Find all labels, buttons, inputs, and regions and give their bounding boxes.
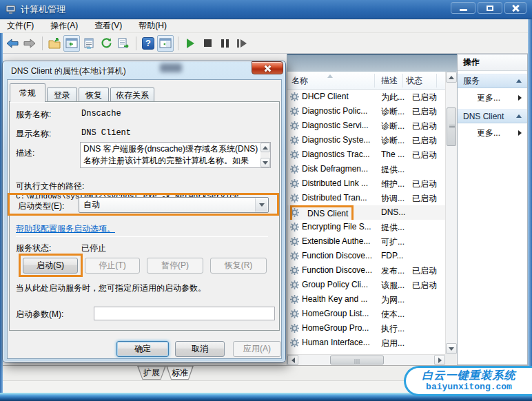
service-name-cell[interactable]: Group Policy Cli... — [302, 280, 368, 289]
tab-general[interactable]: 常规 — [10, 83, 45, 102]
service-name-cell[interactable]: Diagnostic Servi... — [302, 121, 369, 130]
scroll-left-button[interactable] — [287, 355, 298, 365]
service-name-cell[interactable]: Distributed Tran... — [302, 193, 367, 203]
pause-service-button[interactable] — [216, 35, 233, 52]
actions-more-services[interactable]: 更多... — [458, 90, 527, 105]
service-name-cell[interactable]: DHCP Client — [302, 92, 349, 101]
menu-action[interactable]: 操作(A) — [50, 20, 78, 32]
table-row[interactable]: DNS ClientDNS... — [287, 205, 445, 220]
column-separator[interactable] — [402, 74, 403, 88]
table-row[interactable]: Distributed Link ...维护...已启动 — [287, 176, 445, 191]
scroll-up-button[interactable] — [446, 72, 457, 83]
service-name-cell[interactable]: Diagnostics Trac... — [302, 150, 370, 159]
table-row[interactable]: Diagnostics Trac...The ...已启动 — [287, 147, 445, 162]
actions-section-dns-client-label: DNS Client — [463, 112, 504, 121]
pause-button[interactable]: 暂停(P) — [147, 258, 203, 274]
description-scrollbar[interactable] — [260, 143, 270, 167]
resume-button[interactable]: 恢复(R) — [210, 258, 267, 274]
table-row[interactable]: Disk Defragmen...提供... — [287, 162, 445, 176]
horizontal-scrollbar[interactable] — [287, 354, 445, 365]
start-service-button[interactable] — [182, 35, 198, 52]
forward-button[interactable] — [21, 35, 38, 52]
tab-logon[interactable]: 登录 — [47, 88, 77, 102]
actions-section-services[interactable]: 服务 — [458, 74, 527, 88]
table-row[interactable]: Encrypting File S...提供... — [287, 220, 445, 234]
actions-more-dns-client[interactable]: 更多... — [458, 125, 527, 141]
table-row[interactable]: HomeGroup List...使本... — [287, 307, 445, 321]
dialog-close-button[interactable] — [252, 61, 283, 74]
table-row[interactable]: Extensible Authe...可扩... — [287, 234, 445, 249]
horizontal-scroll-thumb[interactable] — [330, 356, 384, 364]
help-configure-link[interactable]: 帮助我配置服务启动选项。 — [16, 223, 115, 235]
help-button[interactable]: ? — [140, 35, 156, 52]
resume-service-button[interactable] — [234, 35, 250, 52]
service-name-cell[interactable]: Encrypting File S... — [302, 222, 371, 232]
service-desc-cell: 为网... — [381, 294, 405, 306]
maximize-button[interactable] — [478, 2, 502, 14]
vertical-scroll-thumb[interactable] — [447, 107, 456, 146]
table-row[interactable]: Function Discove...FDP... — [287, 249, 445, 263]
column-separator[interactable] — [374, 74, 375, 88]
minimize-button[interactable] — [451, 2, 475, 14]
stop-service-button[interactable] — [199, 35, 216, 52]
table-row[interactable]: Function Discove...发布...已启动 — [287, 263, 445, 278]
back-button[interactable] — [4, 35, 21, 52]
menu-file[interactable]: 文件(F) — [7, 20, 34, 32]
table-row[interactable]: Group Policy Cli...该服...已启动 — [287, 278, 445, 292]
tab-standard[interactable]: 标准 — [166, 366, 194, 380]
properties-button[interactable] — [81, 35, 97, 52]
tab-extended[interactable]: 扩展 — [137, 366, 166, 380]
service-name-cell[interactable]: Health Key and ... — [302, 294, 367, 304]
table-row[interactable]: Human Interface...启用... — [287, 336, 445, 350]
service-name-cell[interactable]: Function Discove... — [302, 265, 372, 275]
actions-section-dns-client[interactable]: DNS Client — [458, 109, 527, 123]
show-console-tree-button[interactable] — [63, 35, 80, 52]
service-name-cell[interactable]: Diagnostic Polic... — [302, 106, 367, 116]
service-name-cell[interactable]: Human Interface... — [302, 338, 370, 347]
description-field[interactable]: DNS 客户端服务(dnscache)缓存域名系统(DNS)名称并注册该计算机的… — [80, 142, 271, 168]
scroll-right-button[interactable] — [434, 355, 445, 365]
export-item-button[interactable] — [46, 35, 63, 52]
close-icon — [264, 65, 271, 72]
service-name-cell[interactable]: Extensible Authe... — [302, 236, 370, 246]
table-row[interactable]: Diagnostic Syste...诊断...已启动 — [287, 133, 445, 147]
stop-button[interactable]: 停止(T) — [85, 258, 140, 274]
close-button[interactable] — [504, 2, 526, 14]
column-header-name[interactable]: 名称 — [291, 75, 308, 87]
table-row[interactable]: Diagnostic Polic...诊断...已启动 — [287, 104, 445, 119]
column-header-desc[interactable]: 描述 — [381, 75, 398, 87]
vertical-scrollbar[interactable] — [445, 72, 456, 354]
show-action-pane-button[interactable] — [157, 35, 174, 52]
tab-dependencies[interactable]: 依存关系 — [110, 88, 154, 102]
export-list-button[interactable] — [115, 35, 132, 52]
table-row[interactable]: HomeGroup Pro...执行... — [287, 321, 445, 336]
table-row[interactable]: Diagnostic Servi...诊断...已启动 — [287, 119, 445, 133]
ok-button[interactable]: 确定 — [116, 341, 169, 357]
start-params-input[interactable] — [94, 307, 275, 320]
apply-button[interactable]: 应用(A) — [233, 341, 281, 357]
scroll-down-button[interactable] — [446, 343, 457, 354]
tab-recovery[interactable]: 恢复 — [79, 88, 109, 102]
service-name-cell[interactable]: HomeGroup List... — [302, 309, 369, 318]
table-row[interactable]: Health Key and ...为网... — [287, 292, 445, 307]
service-gear-icon — [290, 295, 299, 304]
ok-button-label: 确定 — [134, 343, 151, 355]
table-row[interactable]: DHCP Client为此...已启动 — [287, 90, 445, 104]
menu-view[interactable]: 查看(V) — [94, 20, 122, 32]
cancel-button[interactable]: 取消 — [175, 341, 225, 357]
collapse-icon[interactable] — [516, 114, 522, 118]
resume-button-label: 恢复(R) — [225, 260, 253, 271]
menu-help[interactable]: 帮助(H) — [139, 20, 167, 32]
scroll-down-button[interactable] — [260, 158, 270, 167]
service-name-cell[interactable]: HomeGroup Pro... — [302, 323, 369, 333]
scroll-up-button[interactable] — [260, 143, 270, 152]
service-name-cell[interactable]: Diagnostic Syste... — [302, 135, 370, 145]
service-name-cell[interactable]: Distributed Link ... — [302, 178, 368, 188]
collapse-icon[interactable] — [516, 79, 522, 83]
refresh-button[interactable] — [98, 35, 114, 52]
service-name-cell[interactable]: Function Discove... — [302, 251, 372, 260]
table-row[interactable]: Distributed Tran...协调...已启动 — [287, 191, 445, 205]
column-separator[interactable] — [436, 74, 437, 88]
column-header-status[interactable]: 状态 — [406, 75, 422, 87]
service-name-cell[interactable]: Disk Defragmen... — [302, 164, 368, 174]
